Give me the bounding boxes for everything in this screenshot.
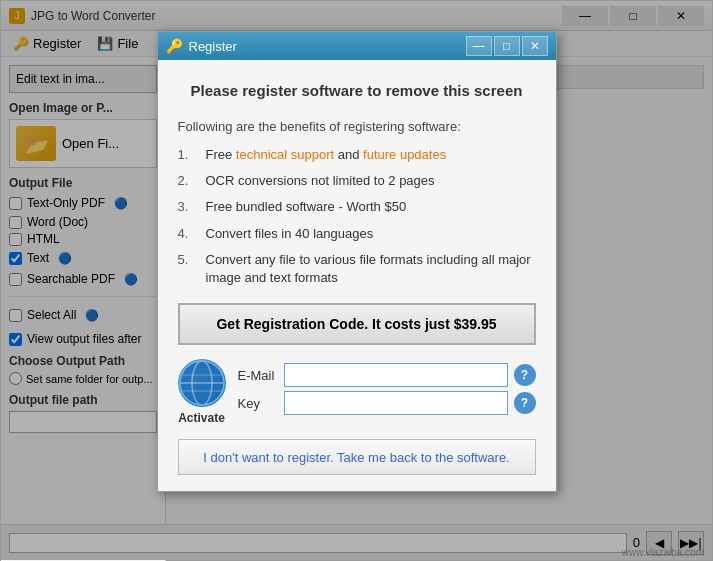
benefit-text-1: Free technical support and future update… [206,146,447,164]
benefit-text-5: Convert any file to various file formats… [206,251,536,287]
benefit-item-5: 5. Convert any file to various file form… [178,251,536,287]
benefit-num-5: 5. [178,251,198,287]
globe-icon [178,359,226,407]
email-help-btn[interactable]: ? [514,364,536,386]
activate-section: Activate E-Mail ? Key ? [178,359,536,425]
modal-controls: — □ ✕ [466,36,548,56]
key-row: Key ? [238,391,536,415]
benefit-num-1: 1. [178,146,198,164]
email-row: E-Mail ? [238,363,536,387]
email-label: E-Mail [238,368,278,383]
modal-restore-btn[interactable]: □ [494,36,520,56]
modal-title-text: Register [189,39,466,54]
benefit-num-4: 4. [178,225,198,243]
modal-close-btn[interactable]: ✕ [522,36,548,56]
modal-header-text: Please register software to remove this … [178,76,536,105]
benefit-item-2: 2. OCR conversions not limited to 2 page… [178,172,536,190]
modal-content: Please register software to remove this … [158,60,556,491]
globe-svg [178,359,226,407]
benefit-text-2: OCR conversions not limited to 2 pages [206,172,435,190]
modal-minimize-btn[interactable]: — [466,36,492,56]
benefit-list: 1. Free technical support and future upd… [178,146,536,287]
modal-overlay: 🔑 Register — □ ✕ Please register softwar… [1,1,712,560]
email-input[interactable] [284,363,508,387]
no-register-btn[interactable]: I don't want to register. Take me back t… [178,439,536,475]
key-label: Key [238,396,278,411]
main-window: J JPG to Word Converter — □ ✕ 🔑 Register… [0,0,713,561]
benefit-item-1: 1. Free technical support and future upd… [178,146,536,164]
form-fields: E-Mail ? Key ? [238,359,536,419]
benefit-item-3: 3. Free bundled software - Worth $50 [178,198,536,216]
modal-title-bar: 🔑 Register — □ ✕ [158,32,556,60]
benefit-num-3: 3. [178,198,198,216]
benefit-num-2: 2. [178,172,198,190]
get-code-btn[interactable]: Get Registration Code. It costs just $39… [178,303,536,345]
benefit-text-4: Convert files in 40 languages [206,225,374,243]
modal-dialog: 🔑 Register — □ ✕ Please register softwar… [157,31,557,492]
modal-subtitle: Following are the benefits of registerin… [178,119,536,134]
modal-title-icon: 🔑 [166,38,183,54]
activate-label: Activate [178,411,225,425]
benefit-item-4: 4. Convert files in 40 languages [178,225,536,243]
benefit-text-3: Free bundled software - Worth $50 [206,198,407,216]
key-input[interactable] [284,391,508,415]
key-help-btn[interactable]: ? [514,392,536,414]
activate-icon-area: Activate [178,359,226,425]
